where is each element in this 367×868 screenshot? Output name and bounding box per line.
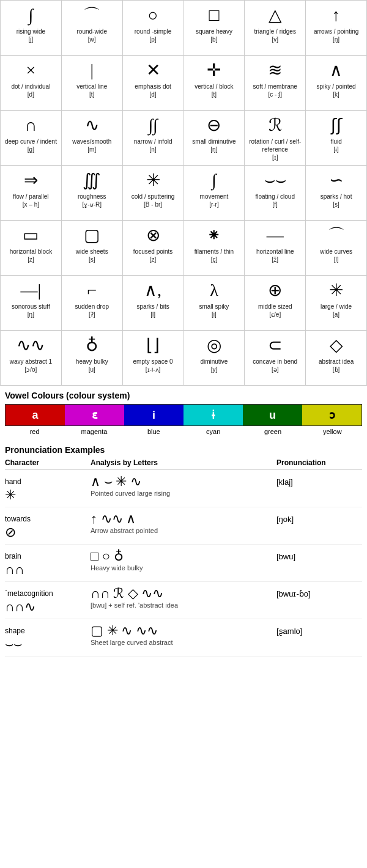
cell-bracket: [ç] [211,256,218,263]
cell-symbol: ○ [148,4,158,26]
grid-cell: ∽sparks / hot[s] [306,166,367,221]
grid-cell: ⌒wide curves[l] [306,221,367,276]
cell-bracket: [v] [272,36,278,43]
pronun-word: hand [5,474,91,486]
cell-label: sparks / hot [321,193,352,200]
cell-bracket: [ɓ] [333,366,340,373]
cell-symbol: ⌒ [83,4,100,26]
grid-cell: ⌐sudden drop[ʔ] [62,276,123,331]
grid-cell: ∧,sparks / bits[l] [123,276,184,331]
cell-symbol: ✳ [329,279,343,301]
pronun-analysis-symbols: ▢ ✳ ∿ ∿∿ [91,623,276,639]
pronun-analysis-text: Heavy wide bulky [91,564,276,572]
cell-bracket: [w] [88,36,96,43]
grid-cell: ✳large / wide[a] [306,276,367,331]
pronun-char-symbol: ⌣⌣ [5,635,91,652]
grid-cell: ≋soft / membrane[c - ʄ] [245,56,306,111]
pronunciation-row: hand✳∧ ⌣ ✳ ∿Pointed curved large rising[… [5,470,362,507]
vowel-color-cell: u [243,405,302,425]
cell-symbol: ⊂ [268,334,282,356]
cell-label: vertical / block [195,83,233,90]
cell-bracket: [c - ʄ] [269,91,282,98]
grid-cell: ∫rising wide[j] [1,1,62,56]
grid-cell: ∫∫narrow / infold[n] [123,111,184,166]
cell-bracket: [t] [212,91,217,98]
cell-symbol: ◇ [330,334,343,356]
grid-cell: ∫movement[r-r] [184,166,245,221]
grid-cell: ∿∿wavy abstract 1[ɔ/o] [1,331,62,386]
cell-symbol: ℛ [269,114,282,136]
vowel-label: green [243,428,302,435]
cell-label: small diminutive [192,138,235,145]
vowel-color-cell: ɨ [184,405,243,425]
cell-symbol: ∧, [144,279,161,301]
cell-label: wide curves [320,248,352,256]
pronunciation-header: CharacterAnalysis by LettersPronunciatio… [5,458,362,470]
cell-symbol: —| [21,279,42,301]
cell-symbol: ▭ [23,224,39,246]
pronun-word: shape [5,623,91,635]
grid-cell: ✳cold / sputtering[B - br] [123,166,184,221]
cell-symbol: ✕ [146,59,160,81]
grid-cell: ʃʃfluid[ɨ] [306,111,367,166]
cell-label: sudden drop [75,303,109,311]
cell-symbol: λ [210,279,218,301]
vowel-label: red [5,428,64,435]
cell-label: focused points [133,248,173,256]
pronun-analysis-col: □ ○ ♁Heavy wide bulky [91,548,276,572]
pronun-analysis-symbols: ↑ ∿∿ ∧ [91,511,276,527]
cell-bracket: [l] [334,256,339,263]
cell-label: horizontal line [256,248,294,256]
pronun-char-symbol: ∩∩ [5,561,91,578]
cell-symbol: ♁ [86,334,98,356]
cell-bracket: [z] [28,256,34,263]
pronun-word: towards [5,511,91,523]
grid-cell: ◎diminutive[y] [184,331,245,386]
pronun-phonetic: [ʂamlo] [276,623,362,636]
pronunciation-section: Pronunciation Examples CharacterAnalysis… [0,440,367,661]
cell-symbol: ▢ [84,224,100,246]
cell-label: middle sized [258,303,292,311]
cell-bracket: [x – h] [23,201,39,208]
vowel-bar: aɛiɨuɔ [5,404,362,426]
vowel-label: cyan [184,428,243,435]
cell-symbol: □ [209,4,219,26]
cell-label: heavy bulky [76,358,108,366]
grid-cell: ⌊⌋empty space 0[ɪ-i-ʌ] [123,331,184,386]
cell-bracket: [ʔ] [89,311,95,318]
pronun-char-symbol: ⊘ [5,523,91,540]
cell-bracket: [z] [150,256,157,263]
cell-label: concave in bend [253,358,297,366]
pronun-analysis-col: ↑ ∿∿ ∧Arrow abstract pointed [91,511,276,534]
vowel-label: yellow [303,428,362,435]
cell-symbol: × [26,59,36,81]
vowel-color-cell: ɔ [302,405,361,425]
vowel-title: Vowel Colours (colour system) [5,391,362,400]
grid-cell: ×dot / individual[d] [1,56,62,111]
cell-symbol: ⊗ [146,224,160,246]
cell-symbol: ✳ [146,169,160,191]
cell-bracket: [ɛ/e] [269,311,281,318]
cell-symbol: △ [269,4,282,26]
pronun-word-col: `metacognition∩∩∿ [5,586,91,615]
vowel-color-cell: a [6,405,65,425]
grid-cell: ⁕filaments / thin[ç] [184,221,245,276]
cell-label: spiky / pointed [317,83,356,90]
pronun-analysis-symbols: □ ○ ♁ [91,548,276,564]
pronun-word: `metacognition [5,586,91,598]
cell-label: large / wide [321,303,352,311]
grid-cell: λsmall spiky[i] [184,276,245,331]
cell-bracket: [b] [210,36,217,43]
cell-symbol: ʃʃ [331,114,342,136]
cell-label: waves/smooth [72,138,111,145]
grid-cell: ▭horizontal block[z] [1,221,62,276]
pronun-phonetic: [klaj] [276,474,362,487]
symbol-grid: ∫rising wide[j]⌒round-wide[w]○round -sim… [0,0,367,386]
pronunciation-rows: hand✳∧ ⌣ ✳ ∿Pointed curved large rising[… [5,470,362,657]
pronunciation-row: brain∩∩□ ○ ♁Heavy wide bulky[bwu] [5,545,362,582]
vowel-section: Vowel Colours (colour system) aɛiɨuɔ red… [0,386,367,440]
cell-bracket: [ŋ] [210,146,217,153]
cell-bracket: [t] [89,91,94,98]
pronun-analysis-symbols: ∩∩ ℛ ◇ ∿∿ [91,586,276,601]
cell-label: filaments / thin [195,248,234,256]
